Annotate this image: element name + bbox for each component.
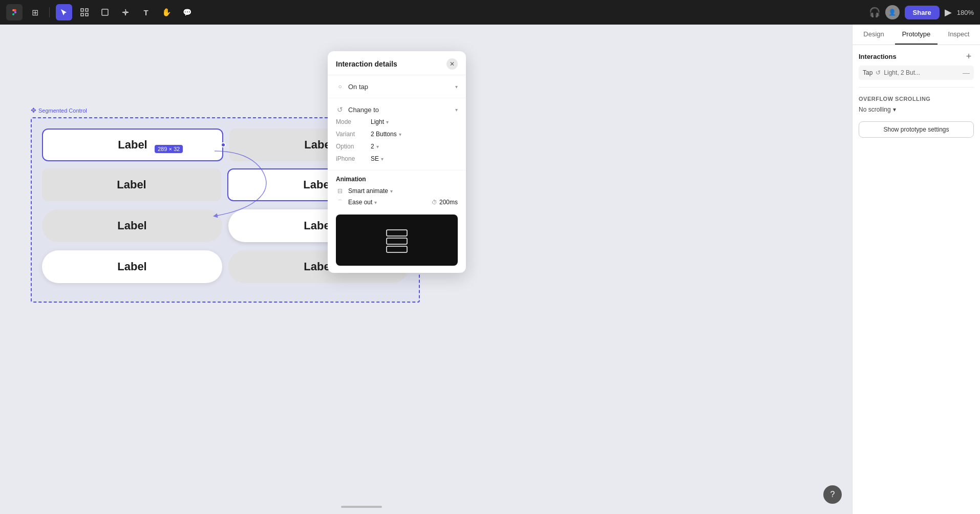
seg-btn-4-1[interactable]: Label xyxy=(42,250,222,283)
play-icon[interactable]: ▶ xyxy=(945,7,952,18)
overflow-dropdown[interactable]: No scrolling ▾ xyxy=(859,106,974,113)
toolbar-right: 🎧 👤 Share ▶ 180% xyxy=(869,5,974,19)
mode-dropdown[interactable]: Light ▾ xyxy=(371,118,389,125)
mode-value: Light xyxy=(371,118,384,125)
team-library-tool[interactable]: ⊞ xyxy=(27,4,43,20)
show-prototype-settings-button[interactable]: Show prototype settings xyxy=(859,121,974,138)
variant-value: 2 Buttons xyxy=(371,131,397,138)
animation-title: Animation xyxy=(336,176,458,183)
text-tool[interactable]: T xyxy=(138,4,154,20)
trigger-label: On tap xyxy=(348,83,451,91)
canvas-scrollbar[interactable] xyxy=(341,506,382,508)
svg-rect-7 xyxy=(387,246,407,252)
svg-rect-4 xyxy=(102,9,108,15)
trigger-dropdown[interactable]: ▾ xyxy=(455,84,458,90)
seg-btn-1-1[interactable]: Label xyxy=(42,128,223,161)
figma-logo[interactable] xyxy=(6,4,23,20)
variant-dropdown[interactable]: 2 Buttons ▾ xyxy=(371,131,401,138)
mode-row: Mode Light ▾ xyxy=(336,116,458,128)
animation-section: Animation ⊟ Smart animate ▾ ⌒ Ease out ▾… xyxy=(328,170,466,215)
interaction-trigger: Tap xyxy=(863,69,872,76)
iphone-label: iPhone xyxy=(336,155,367,162)
action-section: ↺ Change to ▾ Mode Light ▾ Variant 2 But… xyxy=(328,98,466,170)
clock-icon: ⏱ xyxy=(432,199,437,205)
iphone-value: SE xyxy=(371,155,379,162)
timing-row: ⏱ 200ms xyxy=(432,199,458,206)
tap-icon: ○ xyxy=(336,82,344,91)
option-row: Option 2 ▾ xyxy=(336,140,458,153)
tab-inspect[interactable]: Inspect xyxy=(938,25,980,45)
svg-rect-5 xyxy=(387,230,407,236)
svg-rect-6 xyxy=(387,238,407,244)
animation-type-label: Smart animate xyxy=(348,187,388,195)
animation-type-chevron: ▾ xyxy=(390,188,393,194)
easing-chevron: ▾ xyxy=(374,200,377,205)
svg-rect-1 xyxy=(86,9,88,11)
user-avatar[interactable]: 👤 xyxy=(885,5,900,19)
hand-tool[interactable]: ✋ xyxy=(158,4,175,20)
mode-chevron: ▾ xyxy=(386,119,389,125)
iphone-chevron: ▾ xyxy=(381,156,384,162)
easing-dropdown[interactable]: Ease out ▾ xyxy=(348,199,377,206)
zoom-level[interactable]: 180% xyxy=(957,9,974,16)
change-icon: ↺ xyxy=(336,105,344,114)
seg-btn-3-1[interactable]: Label xyxy=(42,209,222,242)
variant-chevron: ▾ xyxy=(399,132,401,137)
tab-design[interactable]: Design xyxy=(853,25,895,45)
timing-value: 200ms xyxy=(439,199,458,206)
animation-preview xyxy=(336,215,458,266)
comment-tool[interactable]: 💬 xyxy=(179,4,195,20)
shape-tool[interactable] xyxy=(97,4,113,20)
modal-header: Interaction details ✕ xyxy=(328,51,466,75)
select-tool[interactable] xyxy=(56,4,72,20)
animation-type-dropdown[interactable]: Smart animate ▾ xyxy=(348,187,393,195)
interaction-remove-button[interactable]: — xyxy=(963,69,970,77)
panel-body: Interactions + Tap ↺ Light, 2 But... — O… xyxy=(853,45,980,514)
right-panel: Design Prototype Inspect Interactions + … xyxy=(852,25,980,514)
interactions-title: Interactions xyxy=(859,53,897,60)
overflow-value: No scrolling xyxy=(859,106,891,113)
interactions-section-header: Interactions + xyxy=(859,51,974,61)
pen-tool[interactable] xyxy=(117,4,134,20)
easing-icon: ⌒ xyxy=(336,198,344,206)
svg-rect-2 xyxy=(81,13,83,16)
iphone-row: iPhone SE ▾ xyxy=(336,153,458,165)
coord-badge: 289 × 32 xyxy=(155,145,183,153)
iphone-dropdown[interactable]: SE ▾ xyxy=(371,155,384,162)
preview-icon xyxy=(381,225,412,255)
seg-btn-2-1[interactable]: Label xyxy=(42,168,221,201)
option-value: 2 xyxy=(371,143,374,150)
interaction-arrow-icon: ↺ xyxy=(876,69,881,76)
trigger-row: ○ On tap ▾ xyxy=(336,80,458,93)
animation-row: ⊟ Smart animate ▾ xyxy=(336,187,458,195)
easing-label: Ease out xyxy=(348,199,372,206)
overflow-chevron: ▾ xyxy=(893,106,896,113)
option-dropdown[interactable]: 2 ▾ xyxy=(371,143,379,150)
option-label: Option xyxy=(336,143,367,150)
help-button[interactable]: ? xyxy=(823,485,842,504)
tab-prototype[interactable]: Prototype xyxy=(895,25,938,45)
mode-label: Mode xyxy=(336,118,367,125)
easing-row: ⌒ Ease out ▾ ⏱ 200ms xyxy=(336,198,458,206)
share-button[interactable]: Share xyxy=(905,6,940,19)
toolbar: ⊞ T ✋ 💬 🎧 👤 Share ▶ 180% xyxy=(0,0,980,25)
action-dropdown[interactable]: ▾ xyxy=(455,107,458,113)
variant-row: Variant 2 Buttons ▾ xyxy=(336,128,458,140)
modal-close-button[interactable]: ✕ xyxy=(446,58,458,70)
interaction-item[interactable]: Tap ↺ Light, 2 But... — xyxy=(859,66,974,80)
modal-title: Interaction details xyxy=(336,60,397,68)
interaction-value: Light, 2 But... xyxy=(884,69,960,76)
overflow-section: Overflow scrolling No scrolling ▾ xyxy=(859,96,974,113)
action-label: Change to xyxy=(348,106,451,114)
trigger-chevron: ▾ xyxy=(455,84,458,90)
headphone-icon[interactable]: 🎧 xyxy=(869,7,880,18)
svg-rect-3 xyxy=(86,13,88,16)
action-row: ↺ Change to ▾ xyxy=(336,103,458,116)
toolbar-divider-1 xyxy=(49,7,50,17)
add-interaction-button[interactable]: + xyxy=(964,51,974,61)
action-chevron: ▾ xyxy=(455,107,458,113)
frame-tool[interactable] xyxy=(76,4,93,20)
interaction-modal: Interaction details ✕ ○ On tap ▾ ↺ Chang… xyxy=(328,51,466,273)
svg-rect-0 xyxy=(81,9,83,11)
overflow-title: Overflow scrolling xyxy=(859,96,974,102)
